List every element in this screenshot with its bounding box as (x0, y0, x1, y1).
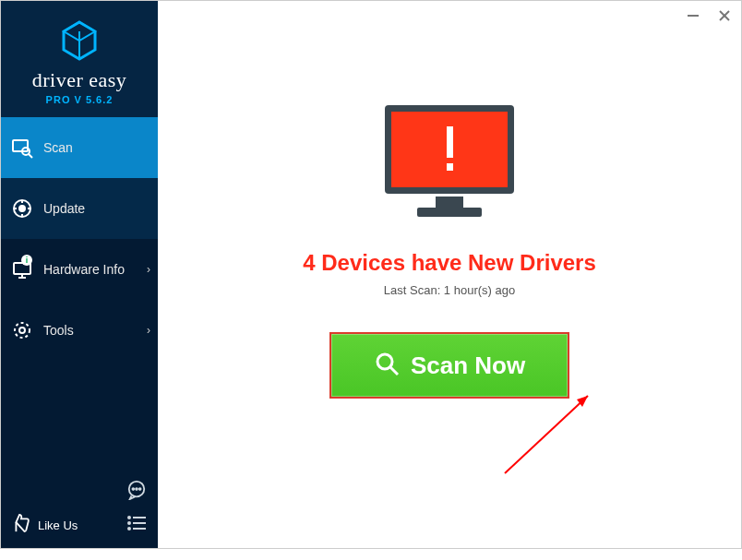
sidebar-bottom: Like Us (1, 502, 158, 548)
svg-rect-33 (436, 197, 463, 208)
thumbs-up-icon[interactable] (10, 513, 30, 537)
scan-icon (10, 136, 34, 160)
sidebar: driver easy PRO V 5.6.2 Scan (1, 1, 158, 548)
chevron-right-icon: › (147, 263, 150, 276)
sidebar-item-update[interactable]: Update (1, 178, 158, 239)
logo-area: driver easy PRO V 5.6.2 (1, 1, 158, 117)
window-controls (684, 6, 734, 25)
svg-rect-34 (417, 208, 482, 217)
sidebar-item-scan[interactable]: Scan (1, 117, 158, 178)
scan-now-button[interactable]: Scan Now (329, 332, 569, 399)
svg-line-38 (390, 367, 398, 375)
sidebar-item-tools[interactable]: Tools › (1, 300, 158, 361)
svg-point-16 (15, 323, 30, 338)
svg-point-20 (136, 488, 138, 490)
app-window: driver easy PRO V 5.6.2 Scan (0, 0, 742, 549)
svg-point-37 (377, 354, 392, 369)
scan-now-label: Scan Now (411, 351, 525, 380)
svg-point-17 (19, 328, 25, 333)
like-us-label[interactable]: Like Us (38, 518, 78, 532)
svg-point-8 (19, 206, 25, 211)
annotation-arrow-icon (496, 390, 606, 486)
scan-result-headline: 4 Devices have New Drivers (303, 250, 596, 276)
tools-icon (10, 318, 34, 342)
hardware-icon: i (10, 257, 34, 281)
alert-monitor-icon (380, 101, 519, 224)
feedback-icon[interactable] (126, 480, 147, 504)
svg-line-6 (29, 154, 32, 158)
app-version: PRO V 5.6.2 (46, 94, 114, 105)
sidebar-item-hardware[interactable]: i Hardware Info › (1, 239, 158, 300)
svg-point-22 (128, 517, 130, 518)
close-button[interactable] (715, 6, 734, 25)
search-icon (374, 351, 400, 380)
app-logo-icon (61, 20, 98, 65)
svg-point-19 (132, 488, 134, 490)
chevron-right-icon: › (147, 324, 150, 337)
sidebar-item-label: Hardware Info (43, 262, 125, 277)
svg-rect-4 (13, 140, 28, 151)
svg-marker-40 (577, 396, 588, 407)
svg-line-39 (505, 396, 588, 473)
sidebar-nav: Scan Update (1, 117, 158, 502)
sidebar-item-label: Tools (43, 323, 74, 338)
sidebar-item-label: Update (43, 201, 85, 216)
last-scan-text: Last Scan: 1 hour(s) ago (384, 283, 515, 297)
minimize-button[interactable] (684, 6, 702, 25)
svg-point-21 (139, 488, 141, 490)
svg-point-26 (128, 528, 130, 530)
app-name: driver easy (32, 68, 127, 92)
main-panel: 4 Devices have New Drivers Last Scan: 1 … (158, 1, 741, 548)
update-icon (10, 197, 34, 220)
svg-rect-36 (447, 163, 453, 171)
svg-rect-35 (447, 126, 453, 158)
info-badge-icon: i (21, 255, 32, 266)
svg-point-24 (128, 522, 130, 524)
sidebar-item-label: Scan (43, 140, 73, 155)
menu-icon[interactable] (126, 515, 147, 535)
